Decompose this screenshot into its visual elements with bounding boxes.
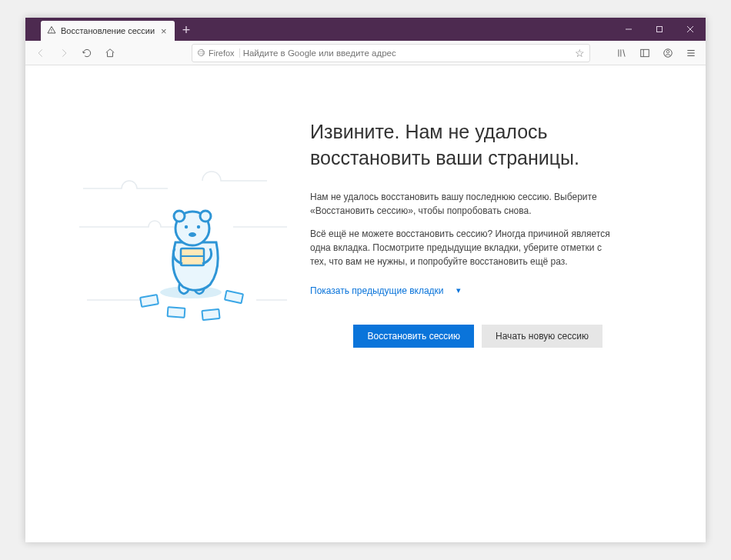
svg-rect-10 <box>641 49 649 56</box>
page-heading: Извините. Нам не удалось восстановить ва… <box>310 119 610 172</box>
new-tab-button[interactable]: + <box>175 22 199 41</box>
back-button[interactable] <box>30 43 52 63</box>
svg-rect-20 <box>202 309 219 320</box>
window-controls <box>613 18 706 41</box>
library-button[interactable] <box>612 43 632 63</box>
restore-session-button[interactable]: Восстановить сессию <box>353 325 474 348</box>
paragraph-1: Нам не удалось восстановить вашу последн… <box>310 190 610 218</box>
url-bar[interactable]: Firefox ☆ <box>192 44 590 62</box>
tab-title: Восстановление сессии <box>61 26 155 35</box>
illustration <box>72 119 302 542</box>
account-button[interactable] <box>658 43 678 63</box>
chevron-down-icon: ▾ <box>456 285 461 295</box>
forward-button[interactable] <box>53 43 75 63</box>
svg-point-27 <box>185 225 188 228</box>
minimize-button[interactable] <box>613 18 644 41</box>
svg-rect-17 <box>140 295 159 307</box>
tab-active[interactable]: Восстановление сессии × <box>41 21 175 41</box>
browser-window: Восстановление сессии × + <box>25 18 706 542</box>
reload-button[interactable] <box>76 43 98 63</box>
svg-rect-19 <box>168 307 185 318</box>
message-column: Извините. Нам не удалось восстановить ва… <box>302 119 610 542</box>
sidebar-button[interactable] <box>635 43 655 63</box>
toolbar: Firefox ☆ <box>25 41 706 65</box>
svg-rect-3 <box>657 27 663 32</box>
home-button[interactable] <box>99 43 121 63</box>
svg-rect-18 <box>225 291 243 303</box>
svg-point-26 <box>200 211 211 222</box>
show-tabs-label: Показать предыдущие вкладки <box>310 285 444 296</box>
maximize-button[interactable] <box>644 18 675 41</box>
urlbar-prefix-label: Firefox <box>209 48 235 58</box>
tabs-area: Восстановление сессии × + <box>25 18 198 41</box>
paragraph-2: Всё ещё не можете восстановить сессию? И… <box>310 227 610 268</box>
tab-close-button[interactable]: × <box>159 25 169 37</box>
button-row: Восстановить сессию Начать новую сессию <box>310 325 610 348</box>
svg-point-13 <box>666 50 669 53</box>
page-content: Извините. Нам не удалось восстановить ва… <box>25 65 706 542</box>
new-session-button[interactable]: Начать новую сессию <box>482 325 602 348</box>
url-input[interactable] <box>243 48 572 58</box>
svg-point-1 <box>52 32 52 32</box>
warning-icon <box>47 25 56 36</box>
toolbar-right-icons <box>612 43 701 63</box>
titlebar: Восстановление сессии × + <box>25 18 706 41</box>
show-previous-tabs-toggle[interactable]: Показать предыдущие вкладки ▾ <box>310 285 461 296</box>
close-window-button[interactable] <box>675 18 706 41</box>
svg-line-9 <box>623 49 625 56</box>
firefox-icon <box>197 48 205 57</box>
svg-point-25 <box>174 211 185 222</box>
svg-point-29 <box>189 232 196 237</box>
urlbar-identity: Firefox <box>197 48 240 58</box>
menu-button[interactable] <box>681 43 701 63</box>
svg-point-28 <box>197 225 200 228</box>
bookmark-star-icon[interactable]: ☆ <box>575 47 585 59</box>
